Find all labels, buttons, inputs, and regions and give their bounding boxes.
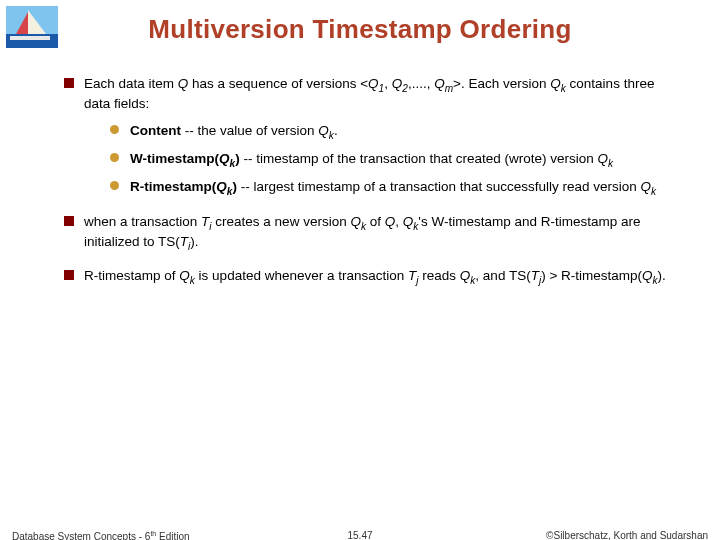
text: , — [384, 76, 392, 91]
label-rts: R-timestamp — [130, 179, 212, 194]
slide-title: Multiversion Timestamp Ordering — [0, 0, 720, 45]
var-T: T — [408, 268, 416, 283]
slide-body: Each data item Q has a sequence of versi… — [0, 45, 720, 288]
bullet-3: R-timestamp of Qk is updated whenever a … — [60, 267, 680, 287]
text: R-timestamp of — [84, 268, 179, 283]
var-Qk: Q — [550, 76, 561, 91]
text: -- timestamp of the transaction that cre… — [240, 151, 598, 166]
var-Qk: Q — [460, 268, 471, 283]
bullet-1b: W-timestamp(Qk) -- timestamp of the tran… — [104, 150, 680, 170]
text: reads — [419, 268, 460, 283]
text: of — [366, 214, 385, 229]
var-Q1: Q — [368, 76, 379, 91]
var-Qk: Q — [318, 123, 329, 138]
text: Edition — [156, 531, 189, 540]
bullet-1c: R-timestamp(Qk) -- largest timestamp of … — [104, 178, 680, 198]
text: -- the value of version — [181, 123, 318, 138]
sub-m: m — [445, 83, 453, 94]
var-Q: Q — [178, 76, 189, 91]
label-content: Content — [130, 123, 181, 138]
text: is updated whenever a transaction — [195, 268, 408, 283]
var-Q: Q — [385, 214, 396, 229]
var-Qk: Q — [403, 214, 414, 229]
svg-rect-4 — [10, 36, 50, 40]
bullet-2: when a transaction Ti creates a new vers… — [60, 213, 680, 254]
var-Qk: Q — [642, 268, 653, 283]
var-Qk: Q — [219, 151, 230, 166]
footer-left: Database System Concepts - 6th Edition — [12, 530, 190, 540]
sub-k: k — [608, 158, 613, 169]
var-Qm: Q — [434, 76, 445, 91]
text: has a sequence of versions < — [188, 76, 368, 91]
var-T: T — [531, 268, 539, 283]
bullet-1: Each data item Q has a sequence of versi… — [60, 75, 680, 199]
text: ). — [658, 268, 666, 283]
text: , — [395, 214, 403, 229]
text: ,...., — [408, 76, 434, 91]
text: , and TS( — [475, 268, 530, 283]
var-Qk: Q — [216, 179, 227, 194]
sub-k: k — [651, 186, 656, 197]
text: . — [334, 123, 338, 138]
var-Qk: Q — [179, 268, 190, 283]
text: creates a new version — [212, 214, 351, 229]
footer-right: ©Silberschatz, Korth and Sudarshan — [546, 530, 708, 540]
var-Q2: Q — [392, 76, 403, 91]
var-T: T — [180, 234, 188, 249]
text: >. Each version — [453, 76, 550, 91]
text: ) > R-timestamp( — [541, 268, 642, 283]
var-Qk: Q — [350, 214, 361, 229]
text: Database System Concepts - 6 — [12, 531, 150, 540]
text: when a transaction — [84, 214, 201, 229]
var-Qk: Q — [641, 179, 652, 194]
label-wts: W-timestamp — [130, 151, 215, 166]
logo-image — [6, 6, 58, 48]
footer-center: 15.47 — [347, 530, 372, 540]
bullet-1a: Content -- the value of version Qk. — [104, 122, 680, 142]
text: ). — [190, 234, 198, 249]
var-Qk: Q — [598, 151, 609, 166]
text: Each data item — [84, 76, 178, 91]
text: -- largest timestamp of a transaction th… — [237, 179, 641, 194]
